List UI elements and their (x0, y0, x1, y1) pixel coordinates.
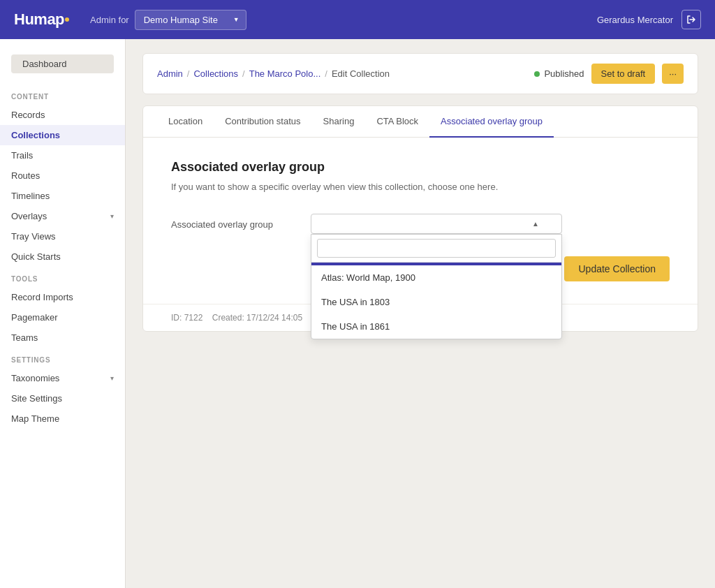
user-name: Gerardus Mercator (597, 15, 673, 25)
logo: Humap (14, 10, 69, 29)
dropdown-search-input[interactable] (317, 239, 556, 258)
form-control-overlay-group: ▲ Atlas: World Map, 1900 The USA in 1803 (311, 214, 670, 234)
sidebar: Dashboard CONTENT Records Collections Tr… (0, 39, 126, 588)
set-to-draft-button[interactable]: Set to draft (591, 64, 656, 84)
record-id: ID: 7122 (171, 313, 202, 323)
dashboard-button[interactable]: Dashboard (11, 54, 114, 73)
breadcrumb-admin[interactable]: Admin (157, 68, 183, 79)
tab-sharing[interactable]: Sharing (312, 106, 366, 138)
main-content: Admin / Collections / The Marco Polo... … (126, 39, 715, 588)
dropdown-search-area (311, 235, 561, 263)
breadcrumb: Admin / Collections / The Marco Polo... … (157, 68, 534, 79)
sidebar-section-settings: SETTINGS Taxonomies▾ Site Settings Map T… (0, 348, 125, 429)
sidebar-item-routes[interactable]: Routes (0, 166, 125, 186)
logo-text: Humap (14, 10, 64, 29)
sidebar-item-pagemaker[interactable]: Pagemaker (0, 307, 125, 328)
tab-location[interactable]: Location (157, 106, 214, 138)
top-nav: Humap Admin for Demo Humap Site Gerardus… (0, 0, 715, 39)
sidebar-item-teams[interactable]: Teams (0, 328, 125, 348)
sidebar-item-collections[interactable]: Collections (0, 125, 125, 145)
sidebar-item-trails[interactable]: Trails (0, 145, 125, 166)
created-date: Created: 17/12/24 14:05 (212, 313, 302, 323)
form-row-overlay-group: Associated overlay group ▲ (171, 214, 670, 234)
overlays-arrow-icon: ▾ (110, 212, 114, 220)
sidebar-item-map-theme[interactable]: Map Theme (0, 409, 125, 429)
sidebar-item-timelines[interactable]: Timelines (0, 186, 125, 206)
sidebar-item-overlays[interactable]: Overlays▾ (0, 206, 125, 226)
taxonomies-arrow-icon: ▾ (110, 374, 114, 382)
sidebar-item-taxonomies[interactable]: Taxonomies▾ (0, 368, 125, 388)
breadcrumb-collection-name[interactable]: The Marco Polo... (249, 68, 321, 79)
update-collection-button[interactable]: Update Collection (564, 256, 670, 281)
tab-bar: Location Contribution status Sharing CTA… (143, 106, 698, 138)
breadcrumb-bar: Admin / Collections / The Marco Polo... … (142, 53, 698, 94)
content-section-label: CONTENT (0, 84, 125, 105)
site-select[interactable]: Demo Humap Site (135, 10, 246, 30)
logo-dot (65, 17, 69, 22)
sidebar-item-records[interactable]: Records (0, 105, 125, 125)
dropdown-options-list: Atlas: World Map, 1900 The USA in 1803 T… (311, 265, 561, 339)
section-title: Associated overlay group (171, 160, 670, 175)
sidebar-dashboard-section: Dashboard (0, 50, 125, 84)
dropdown-option-usa-1803[interactable]: The USA in 1803 (311, 290, 561, 314)
sidebar-item-tray-views[interactable]: Tray Views (0, 226, 125, 247)
admin-for-label: Admin for (90, 15, 129, 25)
sidebar-item-record-imports[interactable]: Record Imports (0, 287, 125, 307)
breadcrumb-current: Edit Collection (332, 68, 390, 79)
breadcrumb-sep-3: / (325, 68, 327, 79)
chevron-up-icon: ▲ (532, 220, 539, 228)
section-description: If you want to show a specific overlay w… (171, 180, 670, 194)
tab-contribution-status[interactable]: Contribution status (214, 106, 311, 138)
tab-associated-overlay-group[interactable]: Associated overlay group (429, 106, 554, 138)
site-select-wrapper[interactable]: Demo Humap Site (135, 10, 246, 30)
form-label-overlay-group: Associated overlay group (171, 214, 311, 230)
published-badge: Published (534, 68, 584, 79)
logout-icon[interactable] (681, 10, 701, 29)
tab-cta-block[interactable]: CTA Block (365, 106, 429, 138)
published-label: Published (544, 68, 584, 79)
sidebar-section-content: CONTENT Records Collections Trails Route… (0, 84, 125, 267)
breadcrumb-collections[interactable]: Collections (193, 68, 238, 79)
overlay-group-select[interactable]: ▲ (311, 214, 562, 234)
sidebar-section-tools: TOOLS Record Imports Pagemaker Teams (0, 267, 125, 348)
tab-content-area: Associated overlay group If you want to … (143, 138, 698, 304)
status-area: Published Set to draft ··· (534, 64, 684, 84)
more-options-button[interactable]: ··· (662, 64, 684, 84)
layout: Dashboard CONTENT Records Collections Tr… (0, 39, 715, 588)
breadcrumb-sep-2: / (242, 68, 245, 79)
sidebar-item-quick-starts[interactable]: Quick Starts (0, 247, 125, 267)
settings-section-label: SETTINGS (0, 348, 125, 368)
published-dot-icon (534, 71, 540, 77)
content-card: Location Contribution status Sharing CTA… (142, 105, 698, 332)
breadcrumb-sep-1: / (187, 68, 190, 79)
dropdown-option-atlas[interactable]: Atlas: World Map, 1900 (311, 265, 561, 290)
tools-section-label: TOOLS (0, 267, 125, 287)
sidebar-item-site-settings[interactable]: Site Settings (0, 388, 125, 409)
dropdown-container: Atlas: World Map, 1900 The USA in 1803 T… (311, 234, 562, 339)
dropdown-option-usa-1861[interactable]: The USA in 1861 (311, 314, 561, 339)
